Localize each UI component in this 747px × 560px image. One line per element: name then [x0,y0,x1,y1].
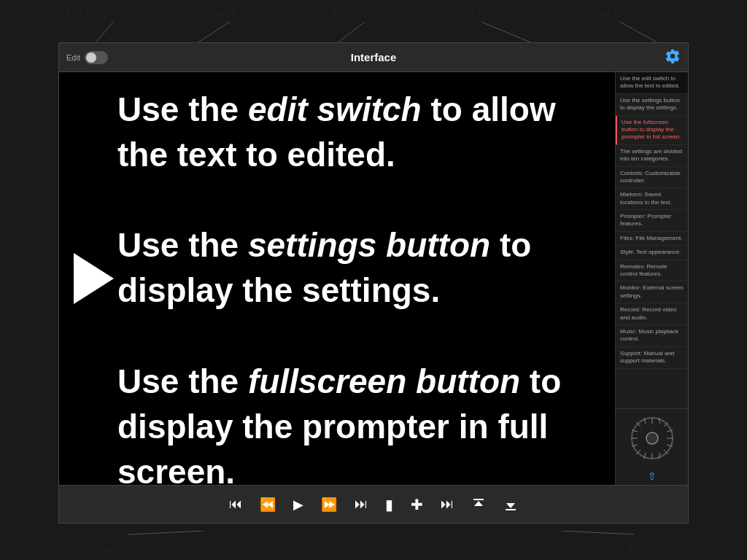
next-marker-button[interactable]: ⏭ [436,494,458,515]
svg-line-1 [182,22,230,42]
sidebar-item[interactable]: Remotes: Remote control features. [616,260,688,282]
sidebar-item[interactable]: The settings are divided into ten catego… [616,145,688,167]
sidebar-item[interactable]: Use the settings button to display the s… [616,94,688,116]
dial-icon[interactable] [630,416,674,460]
title-bar: Edit Interface [59,43,688,72]
content-area: Use the edit switch to allow the text to… [59,72,688,485]
settings-button[interactable] [665,48,681,66]
insert-marker-button[interactable]: ✚ [406,493,427,516]
svg-point-6 [646,432,658,444]
prompter-text: Use the edit switch to allow the text to… [117,87,593,485]
sidebar-dial-area [616,408,688,467]
sidebar-item[interactable]: Music: Music playback control. [616,325,688,347]
horizontal-controller-label: Horizontal Controller [73,543,160,554]
toggle-knob [86,52,96,63]
transport-bar: ⏮ ⏪ ▶ ⏩ ⏭ ▮ ✚ ⏭ [59,485,688,523]
svg-rect-23 [473,499,484,500]
play-button[interactable]: ▶ [289,494,308,516]
bottom-annotation-lines [0,531,747,560]
scroll-down-arrow[interactable]: ⇧ [616,467,688,485]
annotation-lines [0,0,747,42]
svg-line-2 [328,22,365,42]
app-window: Edit Interface Use the edit switch to al… [58,42,689,524]
settings-button-label: Settings Button [576,7,640,18]
sidebar-item[interactable]: Prompter: Prompter features. [616,210,688,232]
prompter: Use the edit switch to allow the text to… [59,72,615,485]
svg-line-3 [481,22,613,42]
sidebar-item[interactable]: Controls: Customizable controller. [616,167,688,189]
skip-to-start-button[interactable]: ⏮ [225,494,247,515]
edit-control: Edit [66,51,108,64]
rewind-button[interactable]: ⏪ [255,494,280,516]
title-bar-label: Title Bar [332,7,367,18]
svg-marker-24 [474,501,483,506]
sidebar: Use the edit switch to allow the text to… [615,72,688,485]
top-annotations: Edit Switch Guide Title Bar Fullscreen B… [0,0,747,42]
skip-marker-button[interactable]: ⏭ [350,494,372,515]
sidebar-item[interactable]: Support: Manual and support materials. [616,347,688,369]
svg-line-0 [88,22,113,42]
svg-line-28 [562,531,635,534]
prompter-line-3: Use the fullscreen button to display the… [117,359,593,485]
align-top-button[interactable] [467,494,490,515]
svg-line-4 [620,22,670,42]
sidebar-item[interactable]: Use the edit switch to allow the text to… [616,72,688,94]
align-bottom-button[interactable] [499,494,522,515]
sidebar-item-highlighted[interactable]: Use the fullscreen button to display the… [616,116,688,145]
guide-label: Guide [212,7,237,18]
fast-forward-button[interactable]: ⏩ [317,494,341,516]
bottom-annotations: Horizontal Controller Vertical Controlle… [0,531,747,560]
svg-marker-26 [506,503,515,508]
sidebar-item[interactable]: Style: Text appearance. [616,246,688,260]
sidebar-item[interactable]: Files: File Management. [616,232,688,246]
edit-label: Edit [66,53,80,62]
prompter-line-1: Use the edit switch to allow the text to… [117,87,593,177]
align-bottom-icon [503,497,518,512]
sidebar-item[interactable]: Record: Record video and audio. [616,303,688,325]
sidebar-item[interactable]: Markers: Saved locations in the text. [616,188,688,210]
sidebar-item[interactable]: Monitor: External screen settings. [616,281,688,303]
svg-rect-25 [506,509,516,510]
marker-button[interactable]: ▮ [381,493,398,516]
edit-switch-label: Edit Switch [66,7,113,18]
prompter-line-2: Use the settings button to display the s… [117,222,593,313]
svg-line-27 [128,531,204,534]
gear-icon [665,48,681,64]
align-top-icon [471,497,486,512]
interface-title: Interface [351,51,397,63]
edit-switch[interactable] [85,51,108,64]
vertical-controller-label: Vertical Controller [628,543,703,554]
play-indicator [74,253,114,304]
fullscreen-button-label: Fullscreen Button [430,7,504,18]
